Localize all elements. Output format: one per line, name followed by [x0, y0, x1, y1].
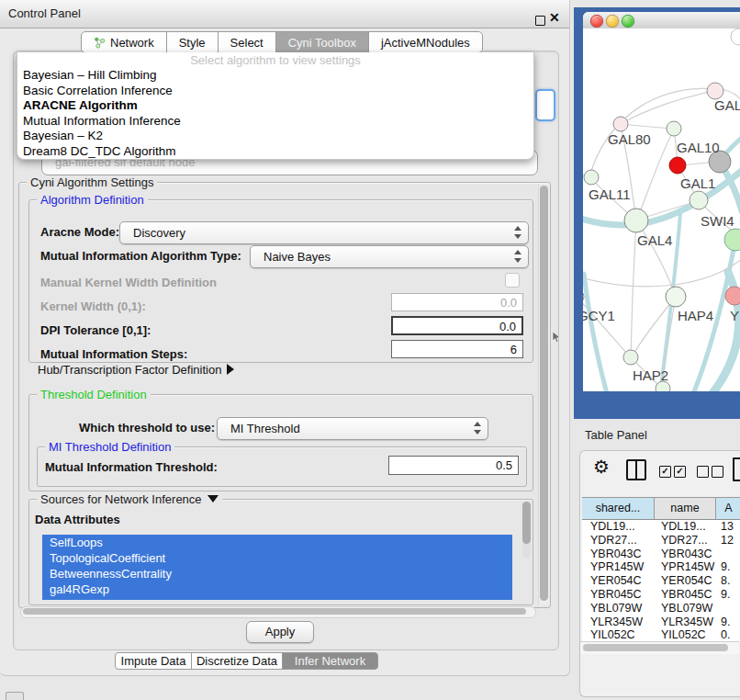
attribute-item-selfloops[interactable]: SelfLoops: [42, 535, 512, 550]
deselect-all-icon[interactable]: [697, 466, 709, 478]
minimize-traffic-light-icon[interactable]: [606, 15, 619, 28]
network-node-label: SWI4: [701, 213, 734, 229]
table-cell: 9.: [716, 615, 740, 629]
table-cell: 0.: [716, 628, 740, 642]
network-node[interactable]: [690, 191, 708, 209]
algorithm-definition-title: Algorithm Definition: [37, 193, 148, 207]
table-panel: ⚙ ✓ ✓ shared...nameA YDL19...YDL19...13Y…: [579, 450, 740, 697]
table-header-row: shared...nameA: [582, 497, 740, 520]
settings-horizontal-scrollbar[interactable]: [20, 606, 536, 618]
attribute-item-betweennesscentrality[interactable]: BetweennessCentrality: [42, 566, 512, 581]
tab-infer-network[interactable]: Infer Network: [282, 652, 378, 670]
data-attributes-label: Data Attributes: [35, 513, 120, 526]
algorithm-option-bayesian-k2[interactable]: Bayesian – K2: [17, 129, 533, 144]
tab-discretize-data[interactable]: Discretize Data: [191, 652, 283, 670]
attribute-item-topologicalcoefficient[interactable]: TopologicalCoefficient: [42, 550, 512, 566]
apply-button[interactable]: Apply: [246, 621, 314, 643]
kernel-width-field[interactable]: 0.0: [391, 293, 523, 311]
zoom-traffic-light-icon[interactable]: [622, 15, 634, 28]
table-row[interactable]: YDR27...YDR27...12: [582, 534, 740, 548]
cyni-algorithm-settings-group: Cyni Algorithm Settings Algorithm Defini…: [18, 182, 551, 608]
dpi-tolerance-label: DPI Tolerance [0,1]:: [40, 323, 151, 337]
attribute-item-gal4rgexp[interactable]: gal4RGexp: [42, 581, 512, 597]
network-node[interactable]: [623, 350, 638, 365]
deselect-all-icon[interactable]: [712, 466, 723, 478]
network-node-label: GAL1: [680, 175, 715, 191]
dpi-tolerance-field[interactable]: 0.0: [391, 316, 523, 335]
gear-icon[interactable]: ⚙: [593, 456, 610, 478]
document-icon[interactable]: [733, 457, 740, 481]
table-row[interactable]: YBR043CYBR043C: [582, 548, 740, 561]
network-node[interactable]: [731, 28, 740, 45]
table-cell: YPR145W: [655, 560, 716, 574]
mi-steps-field[interactable]: 6: [391, 340, 523, 358]
table-cell: 9.: [716, 560, 740, 574]
table-row[interactable]: YBL079WYBL079W: [582, 602, 740, 615]
hub-factor-label: Hub/Transcription Factor Definition: [38, 363, 221, 377]
columns-icon[interactable]: [626, 459, 646, 480]
manual-kernel-label: Manual Kernel Width Definition: [40, 276, 217, 289]
algorithm-option-basic-correlation-inference[interactable]: Basic Correlation Inference: [17, 84, 533, 99]
table-horizontal-scrollbar[interactable]: [580, 641, 739, 654]
mi-steps-label: Mutual Information Steps:: [40, 347, 187, 361]
aracne-mode-combo[interactable]: Discovery: [119, 221, 529, 244]
hub-factor-expander[interactable]: Hub/Transcription Factor Definition: [38, 363, 234, 377]
algorithm-option-bayesian-hill-climbing[interactable]: Bayesian – Hill Climbing: [17, 68, 533, 84]
table-cell: YBR043C: [655, 548, 716, 561]
select-all-checked-icon[interactable]: ✓: [674, 466, 686, 478]
close-icon[interactable]: ✕: [549, 10, 560, 25]
network-node[interactable]: [666, 287, 686, 307]
network-canvas[interactable]: GALGAL80GAL10GAL11GAL1SWI4GAL4GCY1HAP4YH…: [583, 28, 740, 391]
kernel-width-label: Kernel Width (0,1):: [40, 299, 146, 313]
column-header-shared-[interactable]: shared...: [582, 498, 655, 519]
column-header-name[interactable]: name: [655, 498, 716, 519]
network-node[interactable]: [624, 209, 648, 232]
table-cell: 9.: [716, 588, 740, 602]
network-node-label: GCY1: [583, 308, 615, 323]
algorithm-option-mutual-information-inference[interactable]: Mutual Information Inference: [17, 114, 533, 130]
close-traffic-light-icon[interactable]: [590, 15, 603, 28]
tab-cyni-toolbox[interactable]: Cyni Toolbox: [275, 31, 369, 53]
table-row[interactable]: YLR345WYLR345W9.: [582, 615, 740, 629]
mi-type-combo[interactable]: Naive Bayes: [250, 245, 529, 268]
network-node[interactable]: [724, 229, 740, 251]
tab-network[interactable]: Network: [81, 31, 167, 53]
network-node[interactable]: [725, 287, 740, 305]
network-node[interactable]: [669, 157, 686, 174]
table-cell: YBL079W: [655, 602, 716, 615]
settings-vertical-scrollbar[interactable]: [538, 184, 550, 604]
tab-impute-data[interactable]: Impute Data: [115, 652, 192, 670]
table-row[interactable]: YIL052CYIL052C0.: [582, 628, 740, 642]
network-window-titlebar[interactable]: [583, 12, 740, 29]
network-node[interactable]: [583, 289, 584, 304]
which-threshold-combo[interactable]: MI Threshold: [217, 417, 488, 440]
collapsed-panel-button[interactable]: [6, 692, 24, 700]
network-node[interactable]: [667, 121, 681, 136]
table-row[interactable]: YBR045CYBR045C9.: [582, 588, 740, 602]
network-icon: [94, 37, 106, 49]
select-all-checked-icon[interactable]: ✓: [659, 466, 671, 478]
table-row[interactable]: YPR145WYPR145W9.: [582, 560, 740, 574]
attributes-scrollbar[interactable]: [522, 502, 531, 559]
table-row[interactable]: YER054CYER054C8.: [582, 574, 740, 588]
algorithm-combo-focus-fragment[interactable]: [535, 89, 555, 121]
algorithm-option-aracne-algorithm[interactable]: ARACNE Algorithm: [17, 98, 533, 114]
mi-threshold-field[interactable]: 0.5: [388, 456, 519, 475]
stepper-icon: [513, 249, 521, 264]
expander-expanded-icon: [207, 495, 219, 502]
mi-type-label: Mutual Information Algorithm Type:: [40, 249, 241, 263]
float-window-icon[interactable]: [535, 16, 545, 26]
tab-jactivemnodules[interactable]: jActiveMNodules: [368, 31, 483, 53]
network-nodes: [583, 28, 740, 391]
network-node[interactable]: [613, 117, 628, 131]
which-threshold-label: Which threshold to use:: [79, 421, 215, 435]
sources-title[interactable]: Sources for Network Inference: [37, 492, 222, 506]
network-node[interactable]: [584, 170, 599, 185]
column-header-a[interactable]: A: [716, 498, 740, 519]
algorithm-definition-group: Algorithm Definition Aracne Mode: Discov…: [28, 199, 533, 363]
tab-select[interactable]: Select: [218, 31, 276, 53]
algorithm-option-dream8-dc-tdc-algorithm[interactable]: Dream8 DC_TDC Algorithm: [17, 144, 533, 160]
table-row[interactable]: YDL19...YDL19...13: [582, 520, 740, 534]
manual-kernel-checkbox[interactable]: [505, 273, 520, 288]
tab-style[interactable]: Style: [166, 31, 219, 53]
